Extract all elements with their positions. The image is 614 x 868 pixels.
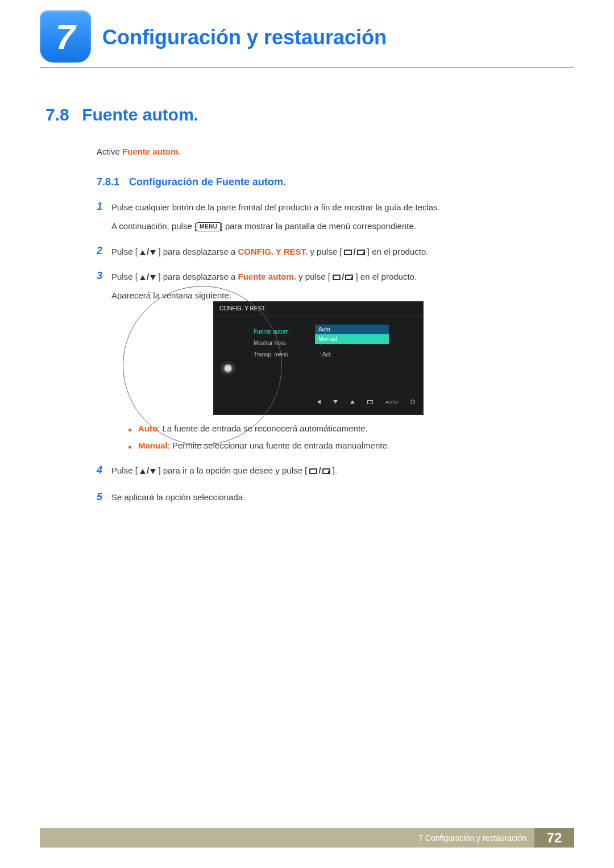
page: 7 Configuración y restauración 7.8 Fuent… <box>0 0 614 868</box>
up-arrow-icon <box>140 250 146 255</box>
source-icon <box>309 468 317 474</box>
step-number: 5 <box>97 488 109 506</box>
source-icon <box>333 275 341 280</box>
page-number: 72 <box>547 830 562 846</box>
step-5: 5 Se aplicará la opción seleccionada. <box>97 488 546 510</box>
step-2: 2 Pulse [ / ] para desplazarse a CONFIG.… <box>97 243 546 264</box>
option-bullets: ● Auto: La fuente de entrada se reconoce… <box>128 423 543 458</box>
footer-chapter-line: 7 Configuración y restauración <box>418 833 526 842</box>
source-icon <box>367 400 373 404</box>
slash-icon: / <box>352 245 356 258</box>
osd-item-label: Mostrar hora <box>254 340 316 346</box>
text: Pulse [ <box>111 247 138 256</box>
gear-icon <box>222 362 234 375</box>
step-1-line2: A continuación, pulse [MENU] para mostra… <box>111 219 546 232</box>
section-heading: 7.8 Fuente autom. <box>45 105 198 124</box>
enter-icon <box>357 250 365 255</box>
up-arrow-icon <box>140 275 146 280</box>
step-number: 1 <box>97 199 109 215</box>
bullet-text: : La fuente de entrada se reconocerá aut… <box>157 423 367 433</box>
bullet-body: Manual: Permite seleccionar una fuente d… <box>138 441 543 453</box>
text: A continuación, pulse [ <box>111 221 197 231</box>
step-body: Pulse [ / ] para desplazarse a CONFIG. Y… <box>111 243 546 264</box>
step-body: Se aplicará la opción seleccionada. <box>111 488 546 510</box>
text: ] para desplazarse a <box>158 272 238 281</box>
intro-line: Active Fuente autom. <box>97 147 181 156</box>
enter-icon <box>345 275 353 280</box>
intro-highlight: Fuente autom. <box>122 147 181 156</box>
step-4: 4 Pulse [ / ] para ir a la opción que de… <box>97 462 546 484</box>
power-icon <box>410 400 415 404</box>
chapter-title: Configuración y restauración <box>102 26 387 49</box>
bullet-dot-icon: ● <box>128 423 138 436</box>
osd-dropdown-option: Auto <box>315 325 389 334</box>
text: Pulse [ <box>111 466 138 475</box>
osd-body: Fuente autom. : Mostrar hora : Transp. m… <box>214 315 423 406</box>
slash-icon: / <box>317 463 322 478</box>
section-number: 7.8 <box>45 105 69 124</box>
osd-item: Transp. menú : Act. <box>254 348 373 360</box>
target-label: Fuente autom. <box>238 272 296 281</box>
target-label: CONFIG. Y REST. <box>238 247 308 256</box>
enter-icon <box>322 468 330 474</box>
down-arrow-icon <box>150 275 156 280</box>
auto-label: AUTO <box>385 400 398 405</box>
up-arrow-icon <box>350 400 355 404</box>
bullet-item: ● Auto: La fuente de entrada se reconoce… <box>128 423 543 436</box>
text: ] para mostrar la pantalla de menú corre… <box>221 221 416 231</box>
section-title: Fuente autom. <box>82 105 198 124</box>
text: y pulse [ <box>308 247 342 256</box>
bullet-item: ● Manual: Permite seleccionar una fuente… <box>128 441 543 453</box>
steps-list-lower: 4 Pulse [ / ] para ir a la opción que de… <box>97 462 546 514</box>
bullet-body: Auto: La fuente de entrada se reconocerá… <box>138 423 543 436</box>
step-number: 2 <box>97 243 109 259</box>
text: ] en el producto. <box>356 272 417 281</box>
text: ]. <box>333 466 337 475</box>
step-5-text: Se aplicará la opción seleccionada. <box>111 490 546 505</box>
osd-dropdown-option: Manual <box>315 334 389 344</box>
step-body: Pulse [ / ] para ir a la opción que dese… <box>111 462 546 484</box>
osd-item-label: Transp. menú <box>254 351 316 358</box>
bullet-text: : Permite seleccionar una fuente de entr… <box>168 441 389 450</box>
chapter-number-tab: 7 <box>40 10 91 63</box>
subsection-heading: 7.8.1 Configuración de Fuente autom. <box>97 176 286 188</box>
chapter-number: 7 <box>56 16 75 57</box>
step-1-line1: Pulse cualquier botón de la parte fronta… <box>111 201 546 214</box>
osd-bottom-icon-bar: AUTO <box>214 397 423 406</box>
header-divider <box>40 67 574 68</box>
source-icon <box>344 250 352 255</box>
page-number-box: 72 <box>534 828 574 848</box>
step-number: 4 <box>97 462 109 479</box>
osd-item-label: Fuente autom. <box>254 329 316 335</box>
subsection-number: 7.8.1 <box>97 176 119 188</box>
osd-screenshot: CONFIG. Y REST. Fuente autom. : Mostrar … <box>213 301 424 415</box>
text: ] en el producto. <box>367 247 429 256</box>
down-arrow-icon <box>150 250 156 255</box>
osd-arc-decoration <box>123 286 282 445</box>
text: ] para desplazarse a <box>158 247 238 256</box>
text: Pulse [ <box>111 272 138 281</box>
down-arrow-icon <box>150 469 156 474</box>
text: y pulse [ <box>296 272 330 281</box>
subsection-title: Configuración de Fuente autom. <box>129 176 286 188</box>
bullet-dot-icon: ● <box>128 441 138 453</box>
down-arrow-icon <box>333 400 338 404</box>
up-arrow-icon <box>140 469 146 474</box>
footer-bar: 7 Configuración y restauración <box>40 828 534 848</box>
step-body: Pulse cualquier botón de la parte fronta… <box>111 199 546 239</box>
step-number: 3 <box>97 268 109 284</box>
bullet-term: Auto <box>138 423 157 433</box>
menu-button-label: MENU <box>197 222 220 231</box>
slash-icon: / <box>146 463 150 478</box>
text: Act. <box>322 351 332 358</box>
intro-prefix: Active <box>97 147 122 156</box>
slash-icon: / <box>146 245 150 258</box>
slash-icon: / <box>341 270 345 283</box>
back-icon <box>317 400 321 404</box>
bullet-term: Manual <box>138 441 168 450</box>
step-1: 1 Pulse cualquier botón de la parte fron… <box>97 199 546 239</box>
text: ] para ir a la opción que desee y pulse … <box>158 466 307 475</box>
osd-dropdown: Auto Manual <box>315 325 389 344</box>
osd-item-value: : Act. <box>316 351 373 358</box>
slash-icon: / <box>146 270 150 283</box>
